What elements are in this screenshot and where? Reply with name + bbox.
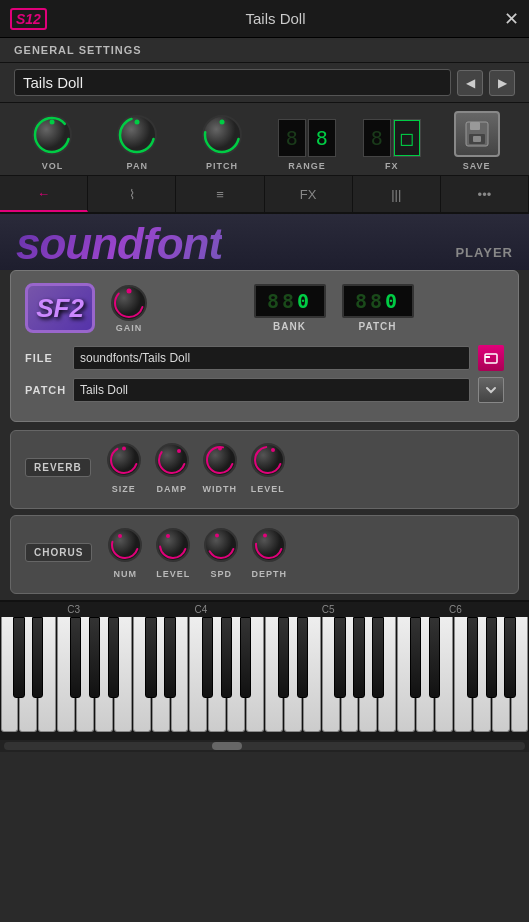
piano-keys[interactable]: [0, 617, 529, 732]
bank-display: 880: [254, 284, 326, 318]
svg-point-15: [127, 289, 132, 294]
svg-point-29: [271, 448, 275, 452]
nav-tabs: ← ⌇ ≡ FX ||| •••: [0, 176, 529, 214]
svg-point-38: [215, 534, 219, 538]
chorus-section: CHORUS NUM: [10, 515, 519, 594]
piano-black-key[interactable]: [467, 617, 478, 698]
scroll-thumb[interactable]: [212, 742, 242, 750]
piano-black-key[interactable]: [334, 617, 345, 698]
svg-point-8: [220, 120, 225, 125]
piano-white-keys-container[interactable]: [0, 617, 529, 732]
chorus-num-label: NUM: [114, 569, 138, 579]
svg-point-20: [122, 447, 126, 451]
tab-more[interactable]: •••: [441, 176, 529, 212]
vol-knob[interactable]: [30, 113, 74, 157]
scroll-bar[interactable]: [0, 740, 529, 752]
pitch-knob[interactable]: [200, 113, 244, 157]
piano-black-key[interactable]: [108, 617, 119, 698]
c4-label: C4: [194, 604, 207, 615]
reverb-level-knob[interactable]: [249, 441, 287, 483]
patch-label: PATCH: [359, 321, 397, 332]
knobs-row: VOL PAN: [0, 103, 529, 176]
piano-black-key[interactable]: [504, 617, 515, 698]
reverb-label[interactable]: REVERB: [25, 458, 91, 477]
piano-black-key[interactable]: [221, 617, 232, 698]
pitch-label: PITCH: [206, 161, 238, 171]
c6-label: C6: [449, 604, 462, 615]
piano-black-key[interactable]: [297, 617, 308, 698]
patch-row: PATCH Tails Doll: [25, 377, 504, 403]
file-input[interactable]: soundfonts/Tails Doll: [73, 346, 470, 370]
chorus-spd-knob[interactable]: [202, 526, 240, 568]
piano-black-key[interactable]: [372, 617, 383, 698]
patch-display-group: 880 PATCH: [342, 284, 414, 332]
piano-black-key[interactable]: [32, 617, 43, 698]
piano-black-key[interactable]: [202, 617, 213, 698]
scroll-track[interactable]: [4, 742, 525, 750]
chorus-num-knob[interactable]: [106, 526, 144, 568]
bank-label: BANK: [273, 321, 306, 332]
chorus-spd-label: SPD: [211, 569, 233, 579]
gain-knob[interactable]: [109, 283, 149, 323]
piano-black-key[interactable]: [353, 617, 364, 698]
patch-display: 880: [342, 284, 414, 318]
app-logo: S12: [10, 8, 47, 30]
piano-black-key[interactable]: [145, 617, 156, 698]
c3-label: C3: [67, 604, 80, 615]
save-button[interactable]: [454, 111, 500, 157]
vol-knob-group: VOL: [10, 113, 95, 171]
piano-black-key[interactable]: [429, 617, 440, 698]
chorus-knobs: NUM LEVEL: [106, 526, 288, 579]
patch-input[interactable]: Tails Doll: [73, 378, 470, 402]
piano-black-key[interactable]: [486, 617, 497, 698]
patch-row-label: PATCH: [25, 384, 65, 396]
file-label: FILE: [25, 352, 65, 364]
c5-label: C5: [322, 604, 335, 615]
fx-label: FX: [385, 161, 399, 171]
chorus-depth-group: DEPTH: [250, 526, 288, 579]
pan-knob[interactable]: [115, 113, 159, 157]
general-settings-label: GENERAL SETTINGS: [0, 38, 529, 63]
soundfont-title: soundfont: [16, 222, 222, 266]
sf2-row: SF2 GAIN: [25, 283, 504, 333]
bank-group: 880 BANK: [254, 284, 326, 332]
chorus-level-knob[interactable]: [154, 526, 192, 568]
range-group: 8 8 RANGE: [264, 119, 349, 171]
piano-black-key[interactable]: [240, 617, 251, 698]
tab-arp[interactable]: ≡: [176, 176, 264, 212]
piano-black-key[interactable]: [278, 617, 289, 698]
svg-point-5: [135, 120, 140, 125]
piano-black-key[interactable]: [70, 617, 81, 698]
svg-point-33: [157, 529, 189, 561]
player-label: PLAYER: [455, 245, 513, 266]
chorus-depth-knob[interactable]: [250, 526, 288, 568]
tab-envelope[interactable]: ⌇: [88, 176, 176, 212]
file-row: FILE soundfonts/Tails Doll: [25, 345, 504, 371]
reverb-damp-knob[interactable]: [153, 441, 191, 483]
reverb-width-knob[interactable]: [201, 441, 239, 483]
tab-back[interactable]: ←: [0, 176, 88, 212]
pan-knob-group: PAN: [95, 113, 180, 171]
tab-midi[interactable]: |||: [353, 176, 441, 212]
reverb-size-group: SIZE: [105, 441, 143, 494]
reverb-row: REVERB SIZE: [25, 441, 504, 494]
tab-fx[interactable]: FX: [265, 176, 353, 212]
title-bar: S12 Tails Doll ✕: [0, 0, 529, 38]
preset-prev-button[interactable]: ◀: [457, 70, 483, 96]
chorus-num-group: NUM: [106, 526, 144, 579]
piano-black-key[interactable]: [164, 617, 175, 698]
piano-black-key[interactable]: [410, 617, 421, 698]
preset-next-button[interactable]: ▶: [489, 70, 515, 96]
chorus-label[interactable]: CHORUS: [25, 543, 92, 562]
svg-point-39: [253, 529, 285, 561]
patch-select-button[interactable]: [478, 377, 504, 403]
file-browse-button[interactable]: [478, 345, 504, 371]
close-button[interactable]: ✕: [504, 10, 519, 28]
chorus-row: CHORUS NUM: [25, 526, 504, 579]
svg-point-35: [166, 534, 170, 538]
reverb-size-knob[interactable]: [105, 441, 143, 483]
piano-black-key[interactable]: [89, 617, 100, 698]
svg-rect-16: [485, 354, 497, 363]
piano-black-key[interactable]: [13, 617, 24, 698]
save-group: SAVE: [434, 111, 519, 171]
